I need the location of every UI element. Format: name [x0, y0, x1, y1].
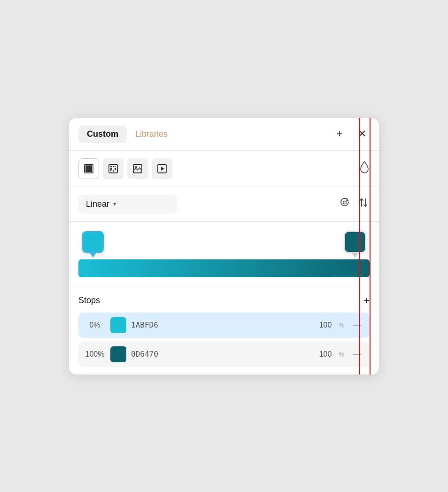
gradient-type-section: Linear ▾ — [69, 187, 379, 222]
gradient-side-icons — [339, 196, 370, 211]
fill-noise-button[interactable] — [103, 158, 124, 179]
fill-video-button[interactable] — [152, 158, 172, 179]
svg-rect-9 — [110, 170, 111, 171]
gradient-stop-right[interactable] — [344, 231, 366, 258]
stop-opacity-pct-1: % — [339, 351, 346, 358]
svg-marker-13 — [161, 167, 164, 171]
tab-group: Custom Libraries — [78, 125, 332, 143]
reverse-gradient-icon[interactable] — [357, 196, 370, 211]
stop-pointer-right — [352, 253, 358, 258]
gradient-bar[interactable] — [78, 259, 370, 277]
fill-icons-group — [78, 158, 359, 179]
stop-color-swatch-1[interactable] — [110, 346, 126, 362]
stops-section: Stops + 0% 1ABFD6 100 % — 100% 0D6470 10… — [69, 287, 379, 375]
stop-color-swatch-0[interactable] — [110, 317, 126, 333]
stops-header: Stops + — [78, 295, 370, 307]
cycle-gradient-icon[interactable] — [339, 196, 351, 211]
svg-rect-1 — [85, 165, 92, 172]
remove-stop-0-button[interactable]: — — [351, 320, 364, 330]
dropdown-arrow-icon: ▾ — [113, 201, 116, 207]
header-actions: + ✕ — [332, 126, 370, 141]
add-button[interactable]: + — [332, 126, 347, 141]
gradient-type-dropdown[interactable]: Linear ▾ — [78, 195, 177, 214]
stop-opacity-pct-0: % — [339, 321, 346, 329]
header-section: Custom Libraries + ✕ — [69, 118, 379, 151]
stop-pointer-left — [90, 253, 96, 258]
stop-percent-1: 100% — [84, 350, 106, 359]
fill-solid-button[interactable] — [78, 158, 99, 179]
gradient-stop-left[interactable] — [82, 231, 104, 258]
svg-rect-8 — [115, 166, 116, 167]
stop-percent-0: 0% — [84, 321, 106, 329]
gradient-stops-row — [78, 229, 370, 258]
opacity-icon — [359, 161, 370, 177]
stop-opacity-1: 100 — [317, 350, 334, 359]
svg-rect-5 — [110, 168, 112, 170]
close-button[interactable]: ✕ — [355, 126, 370, 141]
stop-row[interactable]: 100% 0D6470 100 % — — [78, 342, 370, 367]
stop-hex-1: 0D6470 — [131, 350, 312, 359]
svg-rect-6 — [115, 168, 116, 170]
svg-rect-2 — [109, 164, 117, 173]
add-stop-button[interactable]: + — [363, 295, 370, 307]
remove-stop-1-button[interactable]: — — [351, 349, 364, 359]
gradient-bar-section — [69, 222, 379, 287]
stop-opacity-0: 100 — [317, 321, 334, 329]
svg-rect-7 — [113, 170, 114, 172]
tab-libraries[interactable]: Libraries — [127, 125, 176, 143]
fill-image-button[interactable] — [127, 158, 148, 179]
tab-custom[interactable]: Custom — [78, 125, 127, 143]
svg-rect-4 — [113, 166, 114, 167]
svg-point-11 — [135, 166, 137, 168]
fill-icons-section — [69, 151, 379, 187]
stop-row[interactable]: 0% 1ABFD6 100 % — — [78, 312, 370, 338]
stop-swatch-left — [82, 231, 104, 253]
stop-hex-0: 1ABFD6 — [131, 320, 312, 329]
stop-swatch-right — [344, 231, 366, 253]
svg-rect-14 — [343, 201, 346, 204]
svg-rect-3 — [110, 166, 112, 167]
stops-label: Stops — [78, 296, 363, 305]
gradient-type-label: Linear — [86, 199, 109, 209]
